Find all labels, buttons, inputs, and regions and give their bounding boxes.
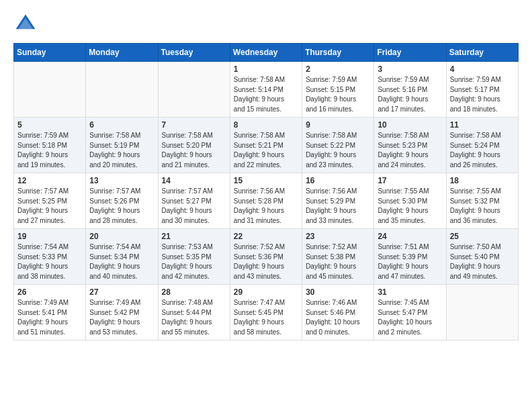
page: SundayMondayTuesdayWednesdayThursdayFrid…: [0, 0, 532, 411]
day-number: 12: [17, 176, 82, 185]
day-info: Sunrise: 7:54 AMSunset: 5:33 PMDaylight:…: [17, 242, 82, 281]
calendar-day-cell: 31Sunrise: 7:45 AMSunset: 5:47 PMDayligh…: [374, 285, 446, 340]
calendar-day-cell: 26Sunrise: 7:49 AMSunset: 5:41 PMDayligh…: [14, 285, 86, 340]
day-number: 13: [89, 176, 154, 185]
calendar-day-cell: [14, 62, 86, 118]
calendar-day-cell: 8Sunrise: 7:58 AMSunset: 5:21 PMDaylight…: [230, 118, 302, 173]
day-number: 8: [234, 120, 298, 130]
day-info: Sunrise: 7:59 AMSunset: 5:15 PMDaylight:…: [306, 75, 370, 114]
calendar-table: SundayMondayTuesdayWednesdayThursdayFrid…: [13, 43, 519, 340]
day-number: 22: [234, 232, 298, 241]
day-info: Sunrise: 7:46 AMSunset: 5:46 PMDaylight:…: [306, 298, 370, 337]
calendar-day-cell: 10Sunrise: 7:58 AMSunset: 5:23 PMDayligh…: [374, 118, 446, 173]
day-number: 30: [306, 287, 370, 297]
calendar-day-cell: 24Sunrise: 7:51 AMSunset: 5:39 PMDayligh…: [374, 229, 446, 285]
day-info: Sunrise: 7:58 AMSunset: 5:22 PMDaylight:…: [306, 131, 370, 170]
day-info: Sunrise: 7:55 AMSunset: 5:32 PMDaylight:…: [450, 187, 515, 226]
day-info: Sunrise: 7:47 AMSunset: 5:45 PMDaylight:…: [234, 298, 298, 337]
day-number: 19: [17, 232, 82, 241]
day-number: 29: [234, 287, 298, 297]
calendar-day-cell: 19Sunrise: 7:54 AMSunset: 5:33 PMDayligh…: [14, 229, 86, 285]
calendar-day-header: Sunday: [14, 44, 86, 62]
day-info: Sunrise: 7:51 AMSunset: 5:39 PMDaylight:…: [378, 242, 442, 281]
header: [13, 12, 519, 36]
calendar-day-cell: [158, 62, 230, 118]
calendar-week-row: 26Sunrise: 7:49 AMSunset: 5:41 PMDayligh…: [14, 285, 519, 340]
day-number: 1: [234, 64, 298, 74]
day-info: Sunrise: 7:59 AMSunset: 5:16 PMDaylight:…: [378, 75, 442, 114]
day-info: Sunrise: 7:55 AMSunset: 5:30 PMDaylight:…: [378, 187, 442, 226]
calendar-day-cell: [446, 285, 518, 340]
day-number: 23: [306, 232, 370, 241]
calendar-day-cell: 4Sunrise: 7:59 AMSunset: 5:17 PMDaylight…: [446, 62, 518, 118]
logo-icon: [13, 12, 38, 36]
day-info: Sunrise: 7:58 AMSunset: 5:20 PMDaylight:…: [162, 131, 226, 170]
calendar-day-cell: 3Sunrise: 7:59 AMSunset: 5:16 PMDaylight…: [374, 62, 446, 118]
day-info: Sunrise: 7:52 AMSunset: 5:36 PMDaylight:…: [234, 242, 298, 281]
day-info: Sunrise: 7:53 AMSunset: 5:35 PMDaylight:…: [162, 242, 226, 281]
day-number: 18: [450, 176, 515, 185]
calendar-day-header: Saturday: [446, 44, 518, 62]
day-number: 6: [89, 120, 154, 130]
day-info: Sunrise: 7:58 AMSunset: 5:19 PMDaylight:…: [89, 131, 154, 170]
day-number: 27: [89, 287, 154, 297]
day-info: Sunrise: 7:57 AMSunset: 5:25 PMDaylight:…: [17, 187, 82, 226]
day-info: Sunrise: 7:58 AMSunset: 5:21 PMDaylight:…: [234, 131, 298, 170]
calendar-day-cell: 20Sunrise: 7:54 AMSunset: 5:34 PMDayligh…: [86, 229, 158, 285]
day-number: 31: [378, 287, 442, 297]
day-number: 20: [89, 232, 154, 241]
day-number: 3: [378, 64, 442, 74]
day-number: 4: [450, 64, 515, 74]
day-number: 11: [450, 120, 515, 130]
calendar-day-cell: 13Sunrise: 7:57 AMSunset: 5:26 PMDayligh…: [86, 173, 158, 229]
calendar-day-cell: 5Sunrise: 7:59 AMSunset: 5:18 PMDaylight…: [14, 118, 86, 173]
day-info: Sunrise: 7:56 AMSunset: 5:29 PMDaylight:…: [306, 187, 370, 226]
calendar-day-header: Friday: [374, 44, 446, 62]
calendar-day-header: Thursday: [302, 44, 374, 62]
calendar-week-row: 5Sunrise: 7:59 AMSunset: 5:18 PMDaylight…: [14, 118, 519, 173]
calendar-day-cell: 28Sunrise: 7:48 AMSunset: 5:44 PMDayligh…: [158, 285, 230, 340]
day-number: 5: [17, 120, 82, 130]
day-number: 17: [378, 176, 442, 185]
day-number: 9: [306, 120, 370, 130]
calendar-day-cell: 11Sunrise: 7:58 AMSunset: 5:24 PMDayligh…: [446, 118, 518, 173]
day-info: Sunrise: 7:58 AMSunset: 5:14 PMDaylight:…: [234, 75, 298, 114]
calendar-day-cell: 29Sunrise: 7:47 AMSunset: 5:45 PMDayligh…: [230, 285, 302, 340]
day-info: Sunrise: 7:48 AMSunset: 5:44 PMDaylight:…: [162, 298, 226, 337]
calendar-day-cell: 22Sunrise: 7:52 AMSunset: 5:36 PMDayligh…: [230, 229, 302, 285]
day-number: 10: [378, 120, 442, 130]
day-number: 7: [162, 120, 226, 130]
calendar-day-cell: 23Sunrise: 7:52 AMSunset: 5:38 PMDayligh…: [302, 229, 374, 285]
calendar-day-cell: 16Sunrise: 7:56 AMSunset: 5:29 PMDayligh…: [302, 173, 374, 229]
day-number: 28: [162, 287, 226, 297]
calendar-day-cell: 21Sunrise: 7:53 AMSunset: 5:35 PMDayligh…: [158, 229, 230, 285]
calendar-day-cell: 12Sunrise: 7:57 AMSunset: 5:25 PMDayligh…: [14, 173, 86, 229]
calendar-day-cell: 18Sunrise: 7:55 AMSunset: 5:32 PMDayligh…: [446, 173, 518, 229]
day-info: Sunrise: 7:50 AMSunset: 5:40 PMDaylight:…: [450, 242, 515, 281]
calendar-week-row: 1Sunrise: 7:58 AMSunset: 5:14 PMDaylight…: [14, 62, 519, 118]
calendar-week-row: 12Sunrise: 7:57 AMSunset: 5:25 PMDayligh…: [14, 173, 519, 229]
calendar-week-row: 19Sunrise: 7:54 AMSunset: 5:33 PMDayligh…: [14, 229, 519, 285]
calendar-day-cell: 17Sunrise: 7:55 AMSunset: 5:30 PMDayligh…: [374, 173, 446, 229]
calendar-day-cell: 30Sunrise: 7:46 AMSunset: 5:46 PMDayligh…: [302, 285, 374, 340]
calendar-day-cell: 7Sunrise: 7:58 AMSunset: 5:20 PMDaylight…: [158, 118, 230, 173]
day-number: 24: [378, 232, 442, 241]
calendar-day-cell: 1Sunrise: 7:58 AMSunset: 5:14 PMDaylight…: [230, 62, 302, 118]
day-number: 2: [306, 64, 370, 74]
calendar-day-cell: 14Sunrise: 7:57 AMSunset: 5:27 PMDayligh…: [158, 173, 230, 229]
day-info: Sunrise: 7:49 AMSunset: 5:42 PMDaylight:…: [89, 298, 154, 337]
day-number: 14: [162, 176, 226, 185]
day-info: Sunrise: 7:57 AMSunset: 5:26 PMDaylight:…: [89, 187, 154, 226]
calendar-day-cell: [86, 62, 158, 118]
day-number: 15: [234, 176, 298, 185]
calendar-day-header: Monday: [86, 44, 158, 62]
day-info: Sunrise: 7:57 AMSunset: 5:27 PMDaylight:…: [162, 187, 226, 226]
calendar-day-cell: 15Sunrise: 7:56 AMSunset: 5:28 PMDayligh…: [230, 173, 302, 229]
calendar-day-cell: 2Sunrise: 7:59 AMSunset: 5:15 PMDaylight…: [302, 62, 374, 118]
day-info: Sunrise: 7:59 AMSunset: 5:18 PMDaylight:…: [17, 131, 82, 170]
day-number: 21: [162, 232, 226, 241]
day-info: Sunrise: 7:58 AMSunset: 5:23 PMDaylight:…: [378, 131, 442, 170]
calendar-day-header: Wednesday: [230, 44, 302, 62]
day-number: 26: [17, 287, 82, 297]
day-info: Sunrise: 7:54 AMSunset: 5:34 PMDaylight:…: [89, 242, 154, 281]
